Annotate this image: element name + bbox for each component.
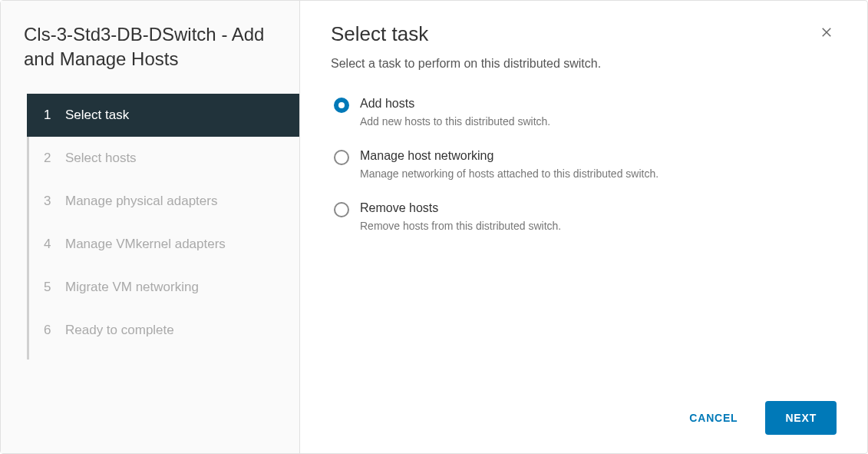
close-icon (820, 25, 833, 39)
wizard-dialog: Cls-3-Std3-DB-DSwitch - Add and Manage H… (0, 0, 868, 454)
next-button[interactable]: NEXT (765, 401, 837, 435)
option-texts: Remove hosts Remove hosts from this dist… (360, 201, 561, 232)
panel-header-texts: Select task Select a task to perform on … (331, 22, 601, 97)
step-label: Select hosts (65, 151, 137, 166)
step-label: Ready to complete (65, 323, 174, 338)
option-manage-host-networking[interactable]: Manage host networking Manage networking… (334, 149, 837, 180)
wizard-step-select-task[interactable]: 1 Select task (27, 94, 299, 137)
step-number: 3 (44, 194, 59, 209)
option-label: Manage host networking (360, 149, 658, 163)
option-description: Add new hosts to this distributed switch… (360, 115, 550, 128)
step-label: Manage physical adapters (65, 194, 217, 209)
wizard-step-migrate-vm-networking[interactable]: 5 Migrate VM networking (27, 266, 299, 309)
step-number: 5 (44, 280, 59, 295)
wizard-sidebar: Cls-3-Std3-DB-DSwitch - Add and Manage H… (1, 1, 300, 453)
option-texts: Manage host networking Manage networking… (360, 149, 658, 180)
step-number: 2 (44, 151, 59, 166)
panel-subtitle: Select a task to perform on this distrib… (331, 57, 601, 71)
panel-header: Select task Select a task to perform on … (331, 22, 837, 97)
wizard-footer: CANCEL NEXT (331, 401, 837, 435)
step-label: Migrate VM networking (65, 280, 199, 295)
option-description: Remove hosts from this distributed switc… (360, 220, 561, 232)
wizard-step-manage-vmkernel-adapters[interactable]: 4 Manage VMkernel adapters (27, 223, 299, 266)
panel-title: Select task (331, 22, 601, 46)
wizard-main-panel: Select task Select a task to perform on … (300, 1, 867, 453)
task-options: Add hosts Add new hosts to this distribu… (331, 97, 837, 232)
option-add-hosts[interactable]: Add hosts Add new hosts to this distribu… (334, 97, 837, 128)
step-label: Select task (65, 108, 129, 123)
option-remove-hosts[interactable]: Remove hosts Remove hosts from this dist… (334, 201, 837, 232)
wizard-steps: 1 Select task 2 Select hosts 3 Manage ph… (27, 94, 299, 360)
radio-button[interactable] (334, 98, 349, 113)
wizard-title: Cls-3-Std3-DB-DSwitch - Add and Manage H… (1, 22, 299, 94)
step-number: 4 (44, 237, 59, 252)
option-label: Add hosts (360, 97, 550, 111)
wizard-step-ready-to-complete[interactable]: 6 Ready to complete (27, 309, 299, 352)
option-texts: Add hosts Add new hosts to this distribu… (360, 97, 550, 128)
step-number: 1 (44, 108, 59, 123)
cancel-button[interactable]: CANCEL (675, 403, 751, 433)
option-label: Remove hosts (360, 201, 561, 215)
radio-button[interactable] (334, 202, 349, 217)
radio-button[interactable] (334, 150, 349, 165)
step-label: Manage VMkernel adapters (65, 237, 226, 252)
close-button[interactable] (817, 22, 837, 45)
wizard-step-manage-physical-adapters[interactable]: 3 Manage physical adapters (27, 180, 299, 223)
wizard-step-select-hosts[interactable]: 2 Select hosts (27, 137, 299, 180)
step-number: 6 (44, 323, 59, 338)
option-description: Manage networking of hosts attached to t… (360, 167, 658, 180)
